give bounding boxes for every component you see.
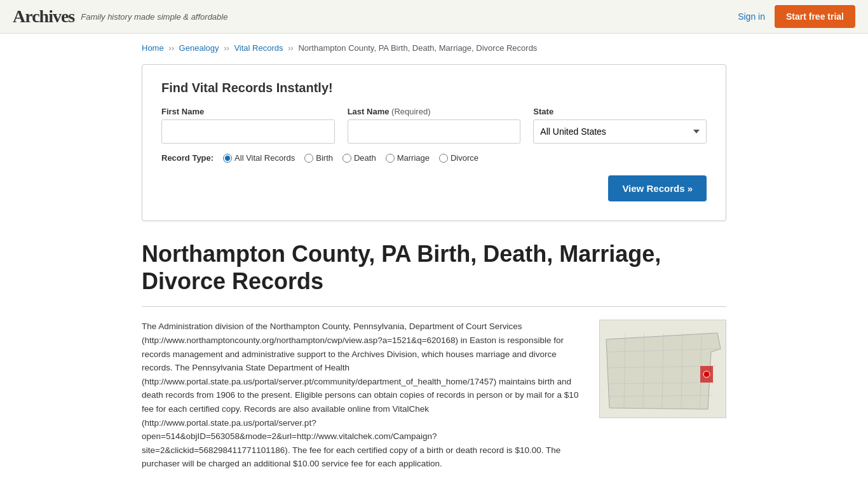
last-name-required: (Required): [391, 107, 430, 116]
site-header: Archives Family history made simple & af…: [0, 0, 868, 34]
radio-marriage-input[interactable]: [386, 154, 395, 163]
radio-birth-label: Birth: [316, 153, 333, 163]
radio-death-input[interactable]: [342, 154, 351, 163]
header-right: Sign in Start free trial: [738, 5, 855, 28]
section-divider: [142, 306, 726, 307]
state-label: State: [533, 107, 707, 116]
content-with-map: The Administration division of the North…: [142, 320, 726, 471]
page-title: Northampton County, PA Birth, Death, Mar…: [142, 240, 726, 295]
sign-in-link[interactable]: Sign in: [738, 11, 765, 22]
location-marker: [703, 371, 710, 377]
search-box: Find Vital Records Instantly! First Name…: [142, 64, 726, 221]
record-type-row: Record Type: All Vital Records Birth Dea…: [161, 153, 707, 163]
breadcrumb-genealogy[interactable]: Genealogy: [179, 43, 219, 53]
breadcrumb-sep1: ››: [168, 43, 174, 53]
last-name-group: Last Name (Required): [348, 107, 521, 144]
first-name-group: First Name: [161, 107, 335, 144]
record-type-radio-group: All Vital Records Birth Death Marriage D…: [223, 153, 478, 163]
site-logo: Archives: [13, 6, 74, 27]
radio-birth-input[interactable]: [304, 154, 313, 163]
state-group: State All United StatesAlabamaAlaskaAriz…: [533, 107, 707, 144]
start-trial-button[interactable]: Start free trial: [775, 5, 855, 28]
pa-map-svg: [600, 320, 726, 418]
breadcrumb-sep2: ››: [224, 43, 229, 53]
record-type-label: Record Type:: [161, 153, 214, 163]
search-fields: First Name Last Name (Required) State Al…: [161, 107, 707, 144]
breadcrumb-home[interactable]: Home: [142, 43, 164, 53]
site-tagline: Family history made simple & affordable: [81, 12, 227, 22]
content-body: The Administration division of the North…: [142, 320, 583, 471]
first-name-label: First Name: [161, 107, 335, 116]
breadcrumb-sep3: ››: [288, 43, 294, 53]
radio-death-label: Death: [354, 153, 376, 163]
content-paragraph: The Administration division of the North…: [142, 320, 583, 471]
radio-birth[interactable]: Birth: [304, 153, 333, 163]
search-title: Find Vital Records Instantly!: [161, 81, 707, 95]
breadcrumb-vital-records[interactable]: Vital Records: [234, 43, 283, 53]
last-name-label: Last Name (Required): [348, 107, 521, 116]
radio-marriage-label: Marriage: [397, 153, 430, 163]
breadcrumb-current: Northampton County, PA Birth, Death, Mar…: [298, 43, 537, 53]
header-left: Archives Family history made simple & af…: [13, 6, 227, 27]
radio-all-vital[interactable]: All Vital Records: [223, 153, 295, 163]
radio-divorce-input[interactable]: [439, 154, 448, 163]
radio-all-input[interactable]: [223, 154, 232, 163]
first-name-input[interactable]: [161, 119, 335, 144]
last-name-input[interactable]: [348, 119, 521, 144]
main-content: Home ›› Genealogy ›› Vital Records ›› No…: [129, 34, 739, 488]
radio-divorce-label: Divorce: [451, 153, 478, 163]
breadcrumb: Home ›› Genealogy ›› Vital Records ›› No…: [142, 43, 726, 53]
radio-all-label: All Vital Records: [234, 153, 295, 163]
radio-death[interactable]: Death: [342, 153, 376, 163]
state-select[interactable]: All United StatesAlabamaAlaskaArizonaArk…: [533, 119, 707, 144]
pa-map: [599, 320, 726, 418]
radio-marriage[interactable]: Marriage: [386, 153, 430, 163]
radio-divorce[interactable]: Divorce: [439, 153, 478, 163]
view-records-button[interactable]: View Records »: [608, 175, 707, 201]
